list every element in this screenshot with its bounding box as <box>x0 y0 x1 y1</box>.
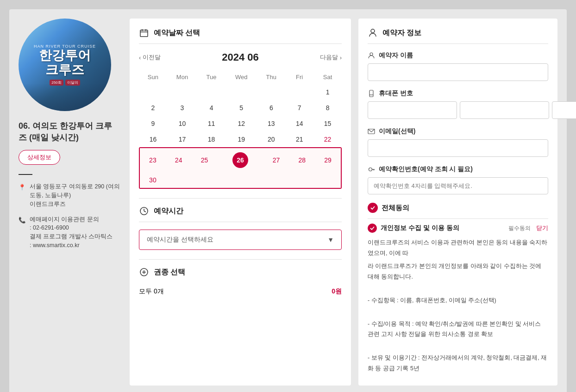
date-26[interactable]: 26 <box>217 148 263 172</box>
date-28[interactable]: 28 <box>289 148 315 172</box>
checkmark-icon <box>370 205 376 211</box>
logo-small-text: HAN RIVER TOUR CRUISE <box>34 44 96 49</box>
detail-button[interactable]: 상세정보 <box>19 150 60 165</box>
date-5[interactable]: 5 <box>225 100 257 116</box>
agree-all-row[interactable]: 전체동의 <box>368 203 548 213</box>
clock-icon <box>139 206 149 216</box>
ticket-section-header: 권종 선택 <box>139 267 342 283</box>
address-info: 📍 서울 영등포구 여의동로 290 (여의도동, 노들나루)이랜드크루즈 <box>19 182 120 208</box>
date-cell <box>285 84 313 100</box>
privacy-item3: - 보유 및 이용기간 : 전자상거래에서의 계약, 청약철회, 대금결제, 재… <box>368 353 548 373</box>
date-20[interactable]: 20 <box>257 131 285 147</box>
date-22[interactable]: 22 <box>313 131 342 147</box>
weekday-wed: Wed <box>225 70 257 84</box>
date-10[interactable]: 10 <box>167 116 197 131</box>
date-cell <box>257 84 285 100</box>
page-wrapper: HAN RIVER TOUR CRUISE 한강투어 크루즈 250회 이달의 … <box>9 9 567 392</box>
email-icon <box>368 128 375 135</box>
date-8[interactable]: 8 <box>313 100 342 116</box>
date-11[interactable]: 11 <box>197 116 225 131</box>
time-dropdown[interactable]: 예약시간을 선택하세요 ▼ <box>139 230 342 250</box>
phone-inputs-group <box>368 101 548 119</box>
table-row: 1 <box>139 84 342 100</box>
date-2[interactable]: 2 <box>139 100 167 116</box>
ticket-total-label: 모두 0개 <box>139 287 164 296</box>
date-7[interactable]: 7 <box>285 100 313 116</box>
phone-input-3[interactable] <box>552 101 576 119</box>
date-4[interactable]: 4 <box>197 100 225 116</box>
date-15[interactable]: 15 <box>313 116 342 131</box>
dropdown-chevron-icon: ▼ <box>327 236 334 243</box>
main-panel: 예약날짜 선택 ‹ 이전달 2024 06 다음달 › Sun Mon Tue … <box>130 19 351 386</box>
contact-text: 예매페이지 이용관련 문의 : 02-6291-6900 결제 프로그램 개발사… <box>30 215 113 250</box>
email-input[interactable] <box>368 139 548 157</box>
calendar-icon <box>139 28 149 38</box>
date-cell <box>315 172 341 188</box>
privacy-item2: - 수집/이용 목적 : 예약 확인/취소/발권에 따른 본인확인 및 서비스 … <box>368 319 548 340</box>
email-label: 이메일(선택) <box>368 127 548 136</box>
name-label: 예약자 이름 <box>368 51 548 60</box>
confirm-input[interactable] <box>368 177 548 194</box>
calendar-month: 2024 06 <box>222 51 259 63</box>
date-17[interactable]: 17 <box>167 131 197 147</box>
booking-info-title: 예약자 정보 <box>382 28 421 38</box>
date-cell <box>217 172 263 188</box>
logo-inner: HAN RIVER TOUR CRUISE 한강투어 크루즈 250회 이달의 <box>34 44 96 86</box>
date-21[interactable]: 21 <box>285 131 313 147</box>
table-row: 2 3 4 5 6 7 8 <box>139 100 342 116</box>
date-cell <box>167 84 197 100</box>
privacy-checkbox[interactable] <box>368 224 377 233</box>
date-9[interactable]: 9 <box>139 116 167 131</box>
date-cell <box>139 84 167 100</box>
calendar-title: 예약날짜 선택 <box>154 28 200 38</box>
time-title: 예약시간 <box>154 206 183 216</box>
svg-point-15 <box>369 168 372 171</box>
today-indicator: 26 <box>232 152 248 168</box>
right-panel: 예약자 정보 예약자 이름 휴대폰 번호 <box>358 19 557 386</box>
logo-main-text: 한강투어 크루즈 <box>34 49 96 77</box>
privacy-close-button[interactable]: 닫기 <box>536 224 548 232</box>
tour-title: 06. 여의도 한강투어 크루즈 (매일 낮시간) <box>19 120 120 143</box>
date-24[interactable]: 24 <box>166 148 192 172</box>
date-14[interactable]: 14 <box>285 116 313 131</box>
date-25[interactable]: 25 <box>192 148 218 172</box>
email-form-group: 이메일(선택) <box>368 127 548 157</box>
date-30[interactable]: 30 <box>140 172 166 188</box>
next-chevron-icon: › <box>340 54 342 61</box>
table-row: 16 17 18 19 20 21 22 <box>139 131 342 147</box>
phone-label: 휴대폰 번호 <box>368 89 548 98</box>
highlighted-dates-box: 23 24 25 26 27 28 29 30 <box>139 147 342 189</box>
weekday-mon: Mon <box>167 70 197 84</box>
prev-month-button[interactable]: ‹ 이전달 <box>139 53 161 62</box>
mobile-icon <box>368 90 375 97</box>
name-input[interactable] <box>368 63 548 81</box>
agree-all-checkbox[interactable] <box>368 203 378 213</box>
ticket-total-price: 0원 <box>332 287 342 296</box>
contact-info: 📞 예매페이지 이용관련 문의 : 02-6291-6900 결제 프로그램 개… <box>19 215 113 250</box>
plus-circle-icon <box>139 267 149 277</box>
date-23[interactable]: 23 <box>140 148 166 172</box>
date-12[interactable]: 12 <box>225 116 257 131</box>
next-month-button[interactable]: 다음달 › <box>320 53 342 62</box>
date-18[interactable]: 18 <box>197 131 225 147</box>
logo-circle: HAN RIVER TOUR CRUISE 한강투어 크루즈 250회 이달의 <box>19 19 111 111</box>
date-29[interactable]: 29 <box>315 148 341 172</box>
table-row: 9 10 11 12 13 14 15 <box>139 116 342 131</box>
privacy-title: 개인정보 수집 및 이용 동의 <box>381 224 459 232</box>
date-3[interactable]: 3 <box>167 100 197 116</box>
address-text: 서울 영등포구 여의동로 290 (여의도동, 노들나루)이랜드크루즈 <box>30 182 120 208</box>
date-16[interactable]: 16 <box>139 131 167 147</box>
date-13[interactable]: 13 <box>257 116 285 131</box>
weekday-thu: Thu <box>257 70 285 84</box>
date-19[interactable]: 19 <box>225 131 257 147</box>
prev-chevron-icon: ‹ <box>139 54 141 61</box>
date-27[interactable]: 27 <box>263 148 289 172</box>
date-6[interactable]: 6 <box>257 100 285 116</box>
time-section: 예약시간 예약시간을 선택하세요 ▼ <box>139 198 342 250</box>
phone-input-2[interactable] <box>460 101 549 119</box>
phone-input-1[interactable] <box>368 101 457 119</box>
table-row-highlighted-2: 30 <box>140 172 341 188</box>
location-icon: 📍 <box>19 183 26 192</box>
calendar-nav: ‹ 이전달 2024 06 다음달 › <box>139 51 342 63</box>
date-1[interactable]: 1 <box>313 84 342 100</box>
